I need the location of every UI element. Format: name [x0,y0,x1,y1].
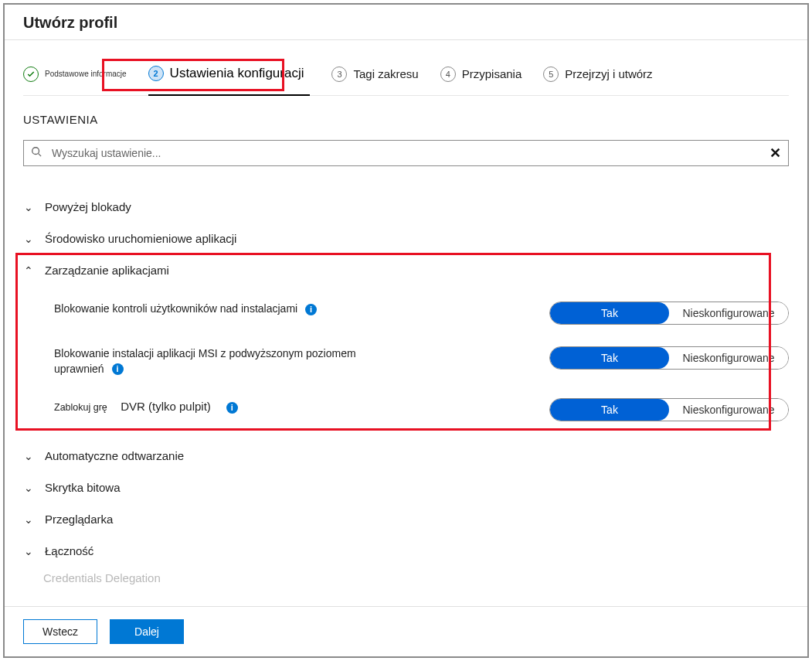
chevron-down-icon: ⌄ [23,482,34,494]
step-review[interactable]: 5 Przejrzyj i utwórz [543,66,652,82]
setting-label: Blokowanie kontroli użytkowników nad ins… [54,302,386,317]
toggle-not-configured[interactable]: Nieskonfigurowane [669,399,788,421]
step-number-icon: 3 [331,66,347,82]
toggle-game-dvr: Tak Nieskonfigurowane [549,398,789,421]
toggle-yes[interactable]: Tak [550,302,669,324]
group-label: Zarządzanie aplikacjami [45,264,169,277]
step-number-icon: 4 [440,66,456,82]
step-scope-tags[interactable]: 3 Tagi zakresu [331,66,418,82]
chevron-down-icon: ⌄ [23,513,34,526]
wizard-steps: Podstawowe informacje 2 Ustawienia konfi… [23,53,789,96]
step-label: Podstawowe informacje [45,70,127,78]
group-app-mgmt[interactable]: ⌃ Zarządzanie aplikacjami [23,254,789,286]
info-icon[interactable]: i [226,402,238,414]
step-label: Przejrzyj i utwórz [565,67,652,80]
chevron-up-icon: ⌃ [23,264,34,277]
toggle-yes[interactable]: Tak [550,347,669,369]
chevron-down-icon: ⌄ [23,201,34,213]
step-label: Przypisania [462,67,522,80]
chevron-down-icon: ⌄ [23,233,34,245]
step-label: Tagi zakresu [353,67,418,80]
step-label: Ustawienia konfiguracji [170,66,304,81]
group-label: Powyżej blokady [45,200,131,213]
toggle-yes[interactable]: Tak [550,399,669,421]
toggle-not-configured[interactable]: Nieskonfigurowane [669,347,788,369]
search-input[interactable] [23,140,789,166]
chevron-down-icon: ⌄ [23,545,34,557]
group-connectivity[interactable]: ⌄ Łączność [23,535,789,567]
chevron-down-icon: ⌄ [23,450,34,462]
step-config-settings[interactable]: 2 Ustawienia konfiguracji [148,53,311,96]
next-button[interactable]: Dalej [110,619,184,644]
settings-accordion: ⌄ Powyżej blokady ⌄ Środowisko uruchomie… [23,191,789,584]
step-assignments[interactable]: 4 Przypisania [440,66,522,82]
section-title: USTAWIENIA [23,113,789,126]
step-number-icon: 5 [543,66,559,82]
body: Podstawowe informacje 2 Ustawienia konfi… [5,40,807,606]
group-label: Skrytka bitowa [45,481,121,494]
group-above-lock[interactable]: ⌄ Powyżej blokady [23,191,789,223]
toggle-msi-elevated: Tak Nieskonfigurowane [549,346,789,370]
group-credentials-delegation[interactable]: Credentials Delegation [23,567,789,584]
group-label: Przeglądarka [45,513,113,526]
group-app-runtime[interactable]: ⌄ Środowisko uruchomieniowe aplikacji [23,223,789,254]
setting-text: Blokowanie kontroli użytkowników nad ins… [54,302,297,315]
group-app-mgmt-block: ⌃ Zarządzanie aplikacjami Blokowanie kon… [23,254,789,440]
group-label: Łączność [45,544,93,557]
back-button[interactable]: Wstecz [23,619,97,644]
create-profile-window: Utwórz profil Podstawowe informacje 2 Us… [3,3,809,658]
wizard-footer: Wstecz Dalej [5,606,807,656]
toggle-user-control: Tak Nieskonfigurowane [549,302,789,325]
setting-row-msi-elevated: Blokowanie instalacji aplikacji MSI z po… [54,336,789,387]
page-title: Utwórz profil [5,5,807,40]
setting-row-block-game-dvr: Zablokuj grę DVR (tylko pulpit) i Tak Ni… [54,387,789,432]
group-browser[interactable]: ⌄ Przeglądarka [23,503,789,535]
search-icon [31,146,42,160]
setting-text: Blokowanie instalacji aplikacji MSI z po… [54,347,356,375]
info-icon[interactable]: i [305,304,317,315]
group-label: Automatyczne odtwarzanie [45,449,184,462]
search-wrap: ✕ [23,140,789,166]
info-icon[interactable]: i [112,363,124,375]
toggle-not-configured[interactable]: Nieskonfigurowane [669,302,788,324]
group-bitlocker[interactable]: ⌄ Skrytka bitowa [23,472,789,503]
setting-label: Zablokuj grę DVR (tylko pulpit) i [54,398,386,415]
setting-label: Blokowanie instalacji aplikacji MSI z po… [54,346,386,376]
setting-text: DVR (tylko pulpit) [121,400,211,413]
step-basics[interactable]: Podstawowe informacje [23,66,127,82]
group-label: Środowisko uruchomieniowe aplikacji [45,232,236,245]
close-icon[interactable]: ✕ [770,145,781,162]
setting-text: Zablokuj grę [54,402,107,413]
check-icon [23,66,39,82]
group-auto-play[interactable]: ⌄ Automatyczne odtwarzanie [23,440,789,472]
step-number-icon: 2 [148,66,164,81]
svg-point-0 [32,148,39,155]
group-app-mgmt-content: Blokowanie kontroli użytkowników nad ins… [23,286,789,440]
group-label: Credentials Delegation [43,571,161,584]
setting-row-user-control: Blokowanie kontroli użytkowników nad ins… [54,291,789,336]
